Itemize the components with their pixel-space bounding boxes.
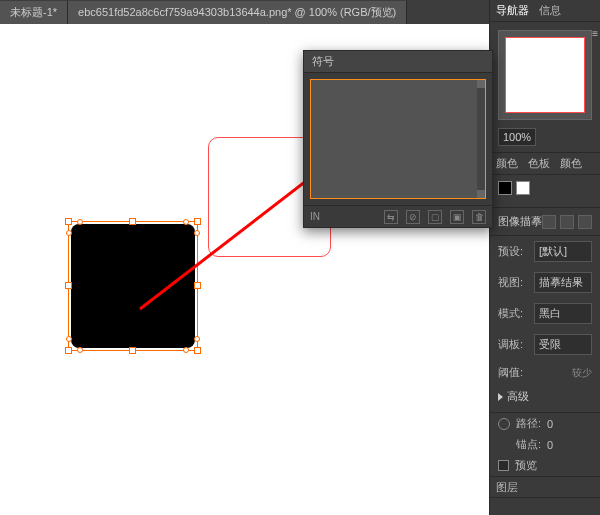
view-label: 视图: [498,275,528,290]
paths-value: 0 [547,418,553,430]
less-link[interactable]: 较少 [572,366,592,380]
selection-handle[interactable] [129,347,136,354]
trace-auto-icon[interactable] [560,215,574,229]
navigator-viewport-box[interactable] [505,37,585,113]
tab-layers[interactable]: 图层 [496,480,518,495]
image-trace-panel-header: 图像描摹 [490,208,600,236]
trace-info-section: 路径: 0 锚点: 0 预览 [490,412,600,476]
anchor-point[interactable] [194,336,200,342]
delete-symbol-icon[interactable]: 🗑 [472,210,486,224]
anchor-point[interactable] [66,230,72,236]
footer-left-label[interactable]: IN [310,211,320,222]
preset-label: 预设: [498,244,528,259]
selection-handle[interactable] [194,282,201,289]
trace-threshold-row: 阈值: 较少 [490,360,600,385]
tab-swatches[interactable]: 色板 [528,156,550,171]
zoom-value[interactable]: 100% [498,128,536,146]
palette-dropdown[interactable]: 受限 [534,334,592,355]
palette-label: 调板: [498,337,528,352]
selection-handle[interactable] [65,282,72,289]
trace-expand-icon[interactable] [578,215,592,229]
preview-label: 预览 [515,458,537,473]
symbols-panel-titlebar[interactable]: 符号 [304,51,492,73]
tab-color[interactable]: 颜色 [496,156,518,171]
break-link-icon[interactable]: ⊘ [406,210,420,224]
anchor-point[interactable] [66,336,72,342]
preset-dropdown[interactable]: [默认] [534,241,592,262]
paths-row: 路径: 0 [490,413,600,434]
navigator-panel-tabs: 导航器 信息 [490,0,600,22]
color-panel-tabs: 颜色 色板 颜色 [490,153,600,175]
navigator-thumbnail[interactable] [498,30,592,120]
anchors-value: 0 [547,439,553,451]
anchor-point[interactable] [194,230,200,236]
layers-panel-header: 图层 [490,476,600,498]
paths-label: 路径: [516,416,541,431]
threshold-label: 阈值: [498,365,528,380]
info-icon [498,418,510,430]
anchor-point[interactable] [77,347,83,353]
symbols-title: 符号 [312,54,334,69]
document-tab-2[interactable]: ebc651fd52a8c6cf759a94303b13644a.png* @ … [68,1,407,24]
view-dropdown[interactable]: 描摹结果 [534,272,592,293]
anchor-point[interactable] [77,219,83,225]
trace-preset-icon[interactable] [542,215,556,229]
selection-handle[interactable] [65,347,72,354]
selection-handle[interactable] [129,218,136,225]
trace-preset-row: 预设: [默认] [490,236,600,267]
zoom-controls: 100% [490,128,600,153]
preview-checkbox[interactable] [498,460,509,471]
selection-handle[interactable] [194,218,201,225]
tab-info[interactable]: 信息 [539,3,561,18]
image-trace-title: 图像描摹 [498,214,542,229]
triangle-right-icon [498,393,503,401]
symbols-list-area[interactable] [310,79,486,199]
trace-view-row: 视图: 描摹结果 [490,267,600,298]
panels-sidebar: 导航器 信息 ▶≡ 100% 颜色 色板 颜色 图像描摹 预设: [默认] 视图… [490,0,600,515]
swatch-black[interactable] [498,181,512,195]
mode-label: 模式: [498,306,528,321]
new-symbol-icon[interactable]: ▣ [450,210,464,224]
document-tab-1[interactable]: 未标题-1* [0,1,68,24]
document-tabbar: 未标题-1* ebc651fd52a8c6cf759a94303b13644a.… [0,0,489,24]
mode-dropdown[interactable]: 黑白 [534,303,592,324]
symbols-panel-footer: IN ⇆ ⊘ ▢ ▣ 🗑 [304,205,492,227]
scrollbar[interactable] [477,80,485,198]
trace-palette-row: 调板: 受限 [490,329,600,360]
anchor-point[interactable] [183,347,189,353]
anchors-label: 锚点: [516,437,541,452]
selection-bounding-box[interactable] [68,221,198,351]
selection-handle[interactable] [65,218,72,225]
tab-navigator[interactable]: 导航器 [496,3,529,18]
scroll-down-icon[interactable] [477,190,485,198]
symbol-options-icon[interactable]: ▢ [428,210,442,224]
anchors-row: 锚点: 0 [490,434,600,455]
advanced-toggle[interactable]: 高级 [490,385,600,408]
tab-color2[interactable]: 颜色 [560,156,582,171]
place-symbol-icon[interactable]: ⇆ [384,210,398,224]
preview-row: 预览 [490,455,600,476]
trace-mode-row: 模式: 黑白 [490,298,600,329]
anchor-point[interactable] [183,219,189,225]
swatch-row [490,175,600,208]
swatch-white[interactable] [516,181,530,195]
symbols-panel: 符号 IN ⇆ ⊘ ▢ ▣ 🗑 [303,50,493,228]
scroll-up-icon[interactable] [477,80,485,88]
selection-handle[interactable] [194,347,201,354]
advanced-label: 高级 [507,389,529,404]
